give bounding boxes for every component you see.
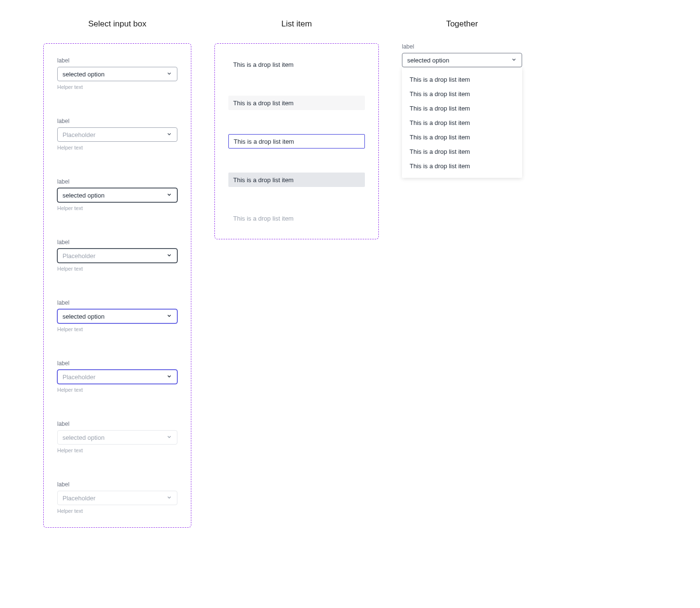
list-item[interactable]: This is a drop list item [228, 173, 365, 187]
select-value: selected option [62, 434, 104, 441]
column-title-select: Select input box [43, 19, 191, 29]
select-label: label [57, 118, 177, 124]
chevron-down-icon [166, 251, 172, 260]
select-input[interactable]: selected option [57, 188, 177, 202]
chevron-down-icon [166, 372, 172, 381]
select-label: label [402, 43, 522, 50]
select-input: Placeholder [57, 491, 177, 505]
select-input: selected option [57, 430, 177, 445]
list-item[interactable]: This is a drop list item [228, 57, 365, 72]
helper-text: Helper text [57, 205, 177, 211]
select-group: labelselected optionHelper text [57, 57, 177, 90]
chevron-down-icon [166, 312, 172, 321]
select-group: labelPlaceholderHelper text [57, 118, 177, 150]
chevron-down-icon [511, 56, 517, 64]
dropdown-option[interactable]: This is a drop list item [402, 87, 522, 101]
helper-text: Helper text [57, 84, 177, 90]
dropdown-option[interactable]: This is a drop list item [402, 101, 522, 115]
column-title-together: Together [402, 19, 522, 29]
select-group: labelPlaceholderHelper text [57, 481, 177, 514]
select-placeholder: Placeholder [62, 252, 96, 260]
select-group: labelselected optionHelper text [57, 421, 177, 453]
select-input-box-column: Select input box labelselected optionHel… [43, 19, 191, 528]
chevron-down-icon [166, 433, 172, 442]
select-label: label [57, 360, 177, 367]
select-value: selected option [407, 57, 449, 64]
chevron-down-icon [166, 130, 172, 139]
list-item[interactable]: This is a drop list item [228, 96, 365, 110]
select-group: labelPlaceholderHelper text [57, 360, 177, 393]
helper-text: Helper text [57, 266, 177, 272]
column-title-list: List item [214, 19, 379, 29]
select-label: label [57, 239, 177, 246]
select-placeholder: Placeholder [62, 373, 96, 381]
select-label: label [57, 57, 177, 64]
list-item[interactable]: This is a drop list item [228, 134, 365, 149]
select-value: selected option [62, 71, 104, 78]
select-input[interactable]: Placeholder [57, 127, 177, 142]
select-label: label [57, 299, 177, 306]
list-item: This is a drop list item [228, 211, 365, 225]
select-input[interactable]: selected option [57, 309, 177, 323]
together-select-group: label selected option This is a drop lis… [402, 43, 522, 178]
select-input[interactable]: selected option [57, 67, 177, 81]
list-item-variants-container: This is a drop list itemThis is a drop l… [214, 43, 379, 239]
dropdown-option[interactable]: This is a drop list item [402, 72, 522, 87]
select-group: labelselected optionHelper text [57, 299, 177, 332]
select-placeholder: Placeholder [62, 131, 96, 138]
select-group: labelPlaceholderHelper text [57, 239, 177, 272]
select-value: selected option [62, 192, 104, 199]
select-label: label [57, 178, 177, 185]
select-input[interactable]: selected option [402, 53, 522, 67]
helper-text: Helper text [57, 326, 177, 332]
helper-text: Helper text [57, 508, 177, 514]
list-item-column: List item This is a drop list itemThis i… [214, 19, 379, 239]
select-label: label [57, 421, 177, 427]
select-variants-container: labelselected optionHelper textlabelPlac… [43, 43, 191, 528]
helper-text: Helper text [57, 145, 177, 150]
helper-text: Helper text [57, 447, 177, 453]
chevron-down-icon [166, 70, 172, 78]
select-input[interactable]: Placeholder [57, 370, 177, 384]
select-placeholder: Placeholder [62, 495, 96, 502]
chevron-down-icon [166, 494, 172, 502]
together-column: Together label selected option This is a… [402, 19, 522, 178]
select-label: label [57, 481, 177, 488]
select-value: selected option [62, 313, 104, 320]
select-input[interactable]: Placeholder [57, 248, 177, 263]
dropdown-panel: This is a drop list itemThis is a drop l… [402, 67, 522, 178]
dropdown-option[interactable]: This is a drop list item [402, 115, 522, 130]
helper-text: Helper text [57, 387, 177, 393]
chevron-down-icon [166, 191, 172, 199]
dropdown-option[interactable]: This is a drop list item [402, 130, 522, 144]
select-group: labelselected optionHelper text [57, 178, 177, 211]
dropdown-option[interactable]: This is a drop list item [402, 159, 522, 173]
dropdown-option[interactable]: This is a drop list item [402, 144, 522, 159]
